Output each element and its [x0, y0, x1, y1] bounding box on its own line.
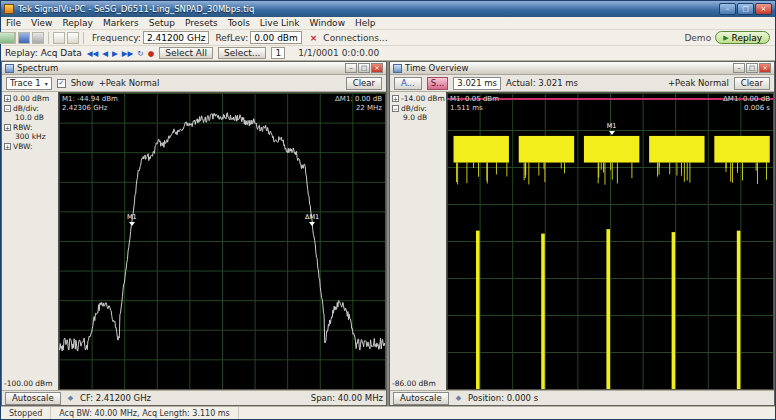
time-overview-panel-icon [393, 64, 402, 73]
marker-ΔM1[interactable]: ΔM1 [301, 214, 323, 226]
time-autoscale-button[interactable]: Autoscale [393, 392, 449, 405]
rbw-row[interactable]: + RBW: [4, 123, 57, 132]
select-all-button[interactable]: Select All [159, 47, 213, 59]
center-frequency-readout[interactable]: CF: 2.41200 GHz [80, 393, 151, 403]
menu-window[interactable]: Window [305, 17, 351, 29]
ref-level-row[interactable]: + -14.00 dBm [392, 94, 445, 103]
expand-icon[interactable]: + [4, 124, 11, 131]
preset-icon[interactable] [67, 32, 79, 44]
minimize-button[interactable]: – [719, 3, 736, 15]
ref-level-value: 0.00 dBm [13, 94, 49, 103]
marker-readout-line2: 2.42306 GHz [62, 104, 118, 113]
time-detector-label: +Peak Normal [668, 78, 729, 88]
status-filler [239, 407, 775, 419]
panel-maximize-button[interactable]: □ [358, 63, 370, 73]
toolbar-separator [83, 32, 84, 44]
spectrum-time-button[interactable]: S... [427, 77, 449, 90]
spectrum-panel-icon [5, 64, 14, 73]
marker-triangle-icon [129, 222, 135, 226]
expand-icon[interactable]: + [4, 95, 11, 102]
spectrum-body: + 0.00 dBm − dB/div: 10.0 dB + RBW: [2, 92, 386, 390]
status-bar: Stopped Acq BW: 40.00 MHz, Acq Length: 3… [1, 406, 775, 419]
marker-M1[interactable]: M1 [121, 214, 143, 226]
expand-icon[interactable]: + [4, 143, 11, 150]
skip-start-icon[interactable]: ◀◀ [87, 49, 99, 58]
record-counter[interactable]: 1 [271, 47, 285, 59]
time-overview-body: + -14.00 dBm − dB/div: 9.0 dB -86.00 dBm [390, 92, 774, 390]
close-button[interactable]: × [755, 3, 772, 15]
bottom-level-value: -100.00 dBm [4, 379, 53, 388]
vbw-row[interactable]: + VBW: [4, 142, 57, 151]
window-titlebar[interactable]: Tek SignalVu-PC - SeSG_D6511-Ling_SNPAD_… [1, 1, 775, 17]
skip-end-icon[interactable]: ▶▶ [122, 49, 134, 58]
record-icon[interactable]: ● [148, 49, 155, 58]
panel-minimize-button[interactable]: – [733, 63, 745, 73]
marker-M1[interactable]: M1 [601, 123, 623, 135]
replay-mode-button[interactable]: ▶ Replay [715, 31, 770, 44]
demo-label[interactable]: Demo [684, 33, 711, 43]
menu-markers[interactable]: Markers [98, 17, 144, 29]
expand-icon[interactable]: + [392, 95, 399, 102]
play-icon: ▶ [723, 34, 728, 42]
marker-readout: M1: 0.05 dBm 1.511 ms [450, 95, 499, 112]
reflev-field[interactable]: 0.00 dBm [250, 31, 302, 44]
menu-file[interactable]: File [1, 17, 26, 29]
spectrum-autoscale-button[interactable]: Autoscale [5, 392, 61, 405]
trace-selector-value: Trace 1 [10, 78, 41, 88]
save-icon[interactable] [18, 32, 30, 44]
marker-icon[interactable] [0, 32, 15, 44]
spectrum-titlebar[interactable]: Spectrum – □ × [2, 62, 386, 75]
time-overview-panel: Time Overview – □ × A... S... 3.021 ms A… [389, 61, 775, 406]
marker-readout-line1: M1: -44.94 dBm [62, 95, 118, 104]
ref-level-row[interactable]: + 0.00 dBm [4, 94, 57, 103]
menu-view[interactable]: View [26, 17, 57, 29]
time-overview-graph[interactable]: M1: 0.05 dBm 1.511 ms ΔM1: 0.00 dB 0.006… [446, 92, 774, 390]
select-button[interactable]: Select... [218, 47, 266, 59]
marker-readout-line2: 1.511 ms [450, 104, 499, 113]
time-clear-button[interactable]: Clear [734, 77, 770, 90]
delta-readout-line1: ΔM1: 0.00 dB [723, 95, 770, 104]
loop-icon[interactable]: ↻ [137, 49, 143, 58]
frequency-field[interactable]: 2.41200 GHz [143, 31, 210, 44]
show-checkbox[interactable]: ✓ [57, 79, 66, 88]
spectrum-window-buttons: – □ × [345, 63, 383, 73]
span-readout[interactable]: Span: 40.00 MHz [311, 393, 383, 403]
panel-minimize-button[interactable]: – [345, 63, 357, 73]
spectrum-graph[interactable]: M1: -44.94 dBm 2.42306 GHz ΔM1: 0.00 dB … [58, 92, 386, 390]
time-overview-titlebar[interactable]: Time Overview – □ × [390, 62, 774, 75]
rbw-value-row: 300 kHz [4, 132, 57, 141]
diamond-icon: ◆ [456, 394, 461, 402]
collapse-icon[interactable]: − [392, 105, 399, 112]
menu-help[interactable]: Help [350, 17, 381, 29]
collapse-icon[interactable]: − [4, 105, 11, 112]
rbw-label: RBW: [13, 123, 33, 132]
spectrum-clear-button[interactable]: Clear [346, 77, 382, 90]
menu-tools[interactable]: Tools [223, 17, 255, 29]
settings-icon[interactable] [53, 32, 65, 44]
replay-mode-label: Replay [732, 33, 762, 43]
menu-setup[interactable]: Setup [144, 17, 180, 29]
play-icon[interactable]: ▶ [112, 49, 118, 58]
delta-readout-line2: 0.006 s [723, 104, 770, 113]
panel-close-button[interactable]: × [371, 63, 383, 73]
panel-close-button[interactable]: × [759, 63, 771, 73]
dbdiv-value: 10.0 dB [15, 113, 44, 122]
menu-live-link[interactable]: Live Link [255, 17, 305, 29]
analysis-time-button[interactable]: A... [394, 77, 422, 90]
bottom-level-value: -86.00 dBm [392, 379, 436, 388]
time-settings-sidebar: + -14.00 dBm − dB/div: 9.0 dB -86.00 dBm [390, 92, 446, 390]
position-readout[interactable]: Position: 0.000 s [468, 393, 538, 403]
step-back-icon[interactable]: ◀ [102, 49, 108, 58]
frequency-label: Frequency: [92, 33, 141, 43]
trace-selector[interactable]: Trace 1 ▾ [6, 77, 52, 90]
bottom-level-row: -86.00 dBm [392, 379, 445, 388]
analysis-length-field[interactable]: 3.021 ms [453, 77, 501, 90]
dbdiv-row[interactable]: − dB/div: [4, 104, 57, 113]
connections-button[interactable]: Connections... [323, 33, 387, 43]
panel-maximize-button[interactable]: □ [746, 63, 758, 73]
menu-presets[interactable]: Presets [180, 17, 223, 29]
dbdiv-row[interactable]: − dB/div: [392, 104, 445, 113]
print-icon[interactable] [32, 32, 44, 44]
menu-replay[interactable]: Replay [57, 17, 97, 29]
maximize-button[interactable]: □ [737, 3, 754, 15]
